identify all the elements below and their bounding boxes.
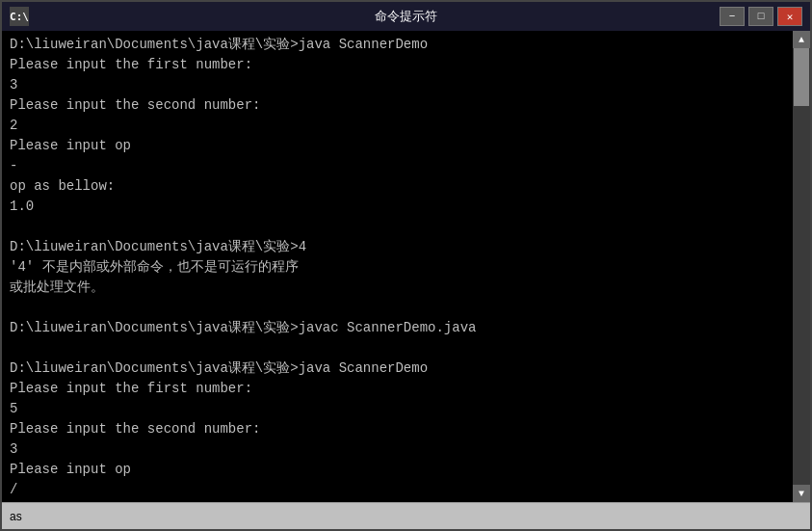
scroll-up-arrow[interactable]: ▲ — [793, 31, 810, 48]
scrollbar-thumb[interactable] — [794, 48, 809, 106]
cmd-window: C:\ 命令提示符 − □ ✕ D:\liuweiran\Documents\j… — [0, 0, 812, 531]
scroll-down-arrow[interactable]: ▼ — [793, 485, 810, 502]
scrollbar[interactable]: ▲ ▼ — [793, 31, 810, 502]
maximize-button[interactable]: □ — [748, 7, 773, 26]
minimize-button[interactable]: − — [720, 7, 745, 26]
close-button[interactable]: ✕ — [777, 7, 802, 26]
window-icon: C:\ — [10, 7, 29, 26]
status-bar: as — [2, 502, 810, 529]
window-title: 命令提示符 — [375, 8, 437, 25]
scrollbar-track[interactable] — [793, 48, 810, 485]
status-text: as — [10, 510, 22, 523]
title-bar: C:\ 命令提示符 − □ ✕ — [2, 2, 810, 31]
window-controls: − □ ✕ — [720, 7, 802, 26]
terminal-output[interactable]: D:\liuweiran\Documents\java课程\实验>java Sc… — [2, 31, 793, 502]
terminal-body: D:\liuweiran\Documents\java课程\实验>java Sc… — [2, 31, 810, 502]
